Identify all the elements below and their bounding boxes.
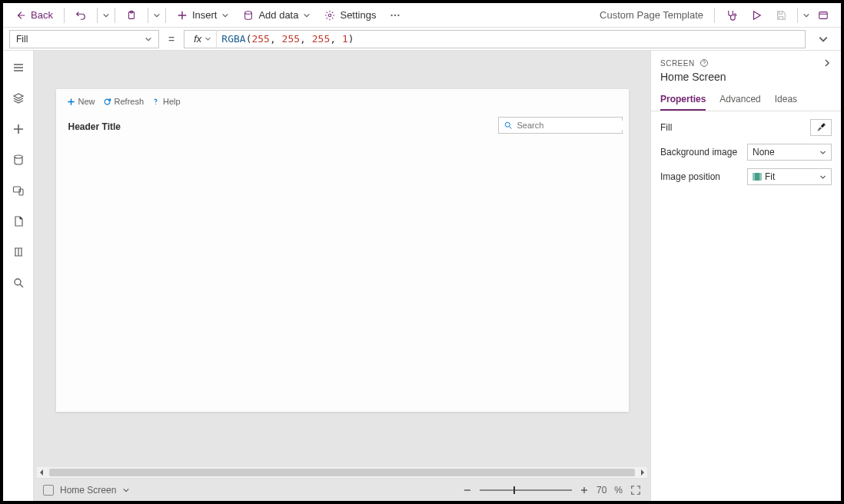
- insert-label: Insert: [192, 9, 218, 21]
- search-icon: [503, 121, 513, 130]
- info-icon[interactable]: [699, 58, 709, 68]
- prop-bgimage-row: Background image None: [660, 144, 832, 161]
- prop-fill-row: Fill: [660, 119, 832, 136]
- canvas-area: New Refresh Help Header Title: [34, 51, 650, 501]
- new-button[interactable]: New: [67, 97, 95, 106]
- undo-split-chevron[interactable]: [102, 9, 110, 22]
- more-button[interactable]: [384, 7, 407, 24]
- paste-button[interactable]: [120, 7, 143, 24]
- refresh-icon: [103, 98, 111, 106]
- undo-icon: [75, 10, 86, 21]
- svg-point-7: [734, 14, 736, 16]
- tree-view-button[interactable]: [6, 86, 31, 111]
- plus-icon: [67, 98, 75, 106]
- chevron-down-icon: [819, 174, 826, 181]
- tab-advanced[interactable]: Advanced: [719, 89, 760, 111]
- insert-rail-button[interactable]: [6, 117, 31, 141]
- prop-bgimage-label: Background image: [660, 147, 737, 158]
- save-icon: [776, 10, 786, 21]
- zoom-unit: %: [614, 485, 623, 496]
- app-checker-button[interactable]: [719, 6, 743, 24]
- add-data-label: Add data: [258, 9, 298, 21]
- help-icon: [151, 98, 160, 106]
- screen-checkbox[interactable]: [43, 485, 54, 496]
- media-rail-button[interactable]: [6, 178, 31, 203]
- plus-icon: [177, 10, 188, 21]
- document-icon: [12, 215, 25, 227]
- svg-point-5: [394, 14, 396, 15]
- tab-properties[interactable]: Properties: [660, 89, 706, 111]
- svg-point-2: [245, 11, 252, 14]
- svg-point-6: [398, 14, 400, 15]
- scroll-left-button[interactable]: [37, 467, 48, 478]
- chevron-down-icon: [221, 12, 229, 19]
- undo-button[interactable]: [69, 7, 92, 24]
- scroll-track[interactable]: [49, 469, 635, 476]
- zoom-value: 70: [596, 485, 606, 496]
- search-box[interactable]: [498, 117, 623, 134]
- imagepos-dropdown[interactable]: Fit: [747, 168, 832, 185]
- data-rail-button[interactable]: [6, 148, 31, 172]
- bgimage-dropdown[interactable]: None: [747, 144, 832, 161]
- canvas-scroll[interactable]: New Refresh Help Header Title: [34, 51, 650, 467]
- chevron-down-icon: [303, 12, 311, 19]
- tab-ideas[interactable]: Ideas: [775, 89, 797, 111]
- chevron-down-icon[interactable]: [122, 486, 130, 494]
- help-button[interactable]: Help: [151, 97, 181, 106]
- publish-icon: [818, 10, 829, 21]
- svg-point-3: [329, 14, 332, 17]
- settings-button[interactable]: Settings: [318, 6, 382, 24]
- svg-point-12: [15, 279, 21, 285]
- search-icon: [12, 277, 25, 289]
- paste-split-chevron[interactable]: [153, 9, 161, 22]
- prop-imagepos-label: Image position: [660, 171, 720, 182]
- search-rail-button[interactable]: [6, 270, 31, 295]
- properties-header: SCREEN: [651, 51, 841, 71]
- tools-rail-button[interactable]: [6, 240, 31, 264]
- properties-body: Fill Background image None Image positio…: [651, 111, 841, 193]
- app-window: Back Insert: [0, 0, 844, 504]
- image-fit-icon: [753, 173, 762, 181]
- save-split-chevron[interactable]: [802, 9, 810, 22]
- object-name: Home Screen: [651, 71, 841, 89]
- status-bar: Home Screen 70 %: [34, 478, 650, 501]
- left-rail: [3, 51, 34, 501]
- publish-button[interactable]: [812, 7, 835, 24]
- back-button[interactable]: Back: [9, 6, 59, 24]
- body: New Refresh Help Header Title: [3, 51, 841, 501]
- settings-label: Settings: [340, 9, 376, 21]
- scroll-right-button[interactable]: [636, 467, 647, 478]
- svg-point-9: [15, 155, 22, 158]
- page-toolbar: New Refresh Help: [67, 97, 181, 106]
- fx-label: fx: [194, 33, 201, 45]
- property-select[interactable]: Fill: [9, 30, 159, 48]
- zoom-out-button[interactable]: [463, 486, 472, 495]
- formula-bar: Fill = fx RGBA(255, 255, 255, 1): [3, 28, 841, 51]
- formula-input[interactable]: RGBA(255, 255, 255, 1): [221, 33, 800, 45]
- variables-rail-button[interactable]: [6, 209, 31, 234]
- hamburger-button[interactable]: [6, 55, 31, 80]
- design-page[interactable]: New Refresh Help Header Title: [56, 89, 629, 412]
- property-select-value: Fill: [16, 34, 28, 45]
- properties-tabs: Properties Advanced Ideas: [651, 89, 841, 111]
- zoom-in-button[interactable]: [580, 486, 589, 495]
- play-icon: [751, 10, 762, 21]
- horizontal-scrollbar[interactable]: [37, 467, 647, 478]
- add-data-button[interactable]: Add data: [237, 6, 317, 24]
- stethoscope-icon: [726, 9, 737, 21]
- fill-color-picker[interactable]: [810, 119, 832, 136]
- svg-point-13: [505, 122, 510, 127]
- fit-to-screen-button[interactable]: [630, 485, 641, 496]
- search-input[interactable]: [517, 121, 623, 130]
- save-button[interactable]: [769, 7, 792, 24]
- insert-button[interactable]: Insert: [171, 6, 236, 24]
- prop-fill-label: Fill: [660, 122, 672, 133]
- properties-panel: SCREEN Home Screen Properties Advanced I…: [650, 51, 841, 501]
- refresh-button[interactable]: Refresh: [103, 97, 145, 106]
- collapse-panel-button[interactable]: [822, 58, 832, 68]
- fx-button[interactable]: fx: [189, 30, 217, 48]
- svg-rect-8: [819, 12, 828, 18]
- formula-expand-button[interactable]: [812, 34, 835, 45]
- zoom-slider[interactable]: [480, 489, 572, 491]
- play-button[interactable]: [745, 7, 768, 24]
